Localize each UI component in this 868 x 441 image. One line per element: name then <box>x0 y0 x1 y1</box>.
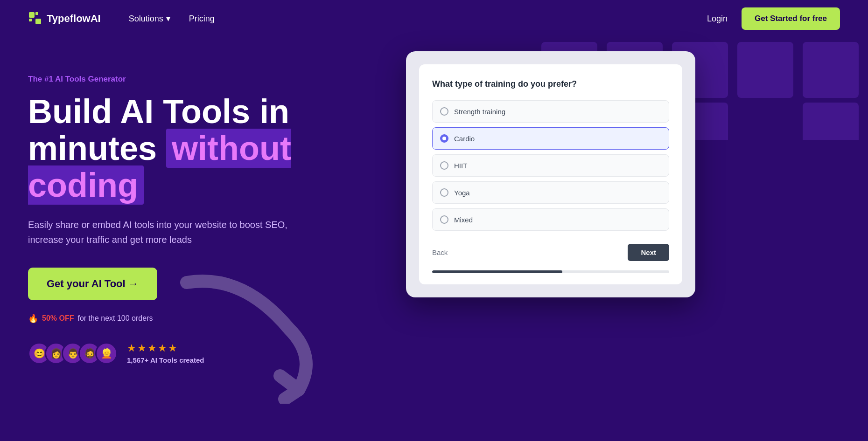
svg-rect-2 <box>29 19 32 21</box>
hero-section: The #1 AI Tools Generator Build AI Tools… <box>0 37 868 441</box>
radio-circle <box>440 188 448 197</box>
back-button[interactable]: Back <box>432 248 448 256</box>
quiz-card: What type of training do you prefer? Str… <box>406 51 695 297</box>
proof-count: 1,567+ AI Tools created <box>127 356 204 364</box>
quiz-options: Strength training Cardio HIIT <box>432 100 669 231</box>
deco-square <box>803 42 859 98</box>
radio-circle <box>440 134 448 143</box>
get-started-button[interactable]: Get Started for free <box>742 7 840 30</box>
progress-bar <box>432 270 669 273</box>
option-label: Mixed <box>454 216 473 224</box>
quiz-question: What type of training do you prefer? <box>432 79 669 89</box>
proof-text: ★★★★★ 1,567+ AI Tools created <box>127 342 204 364</box>
login-button[interactable]: Login <box>707 14 728 24</box>
quiz-inner: What type of training do you prefer? Str… <box>419 64 682 284</box>
fire-icon: 🔥 <box>28 313 38 324</box>
solutions-link[interactable]: Solutions ▾ <box>129 14 170 24</box>
deco-square <box>737 42 793 98</box>
avatar: 👱 <box>95 342 118 365</box>
nav-right: Login Get Started for free <box>707 7 840 30</box>
deco-square <box>803 103 859 140</box>
hero-subtitle: Easily share or embed AI tools into your… <box>28 217 317 247</box>
discount-line: 🔥 50% OFF for the next 100 orders <box>28 313 392 324</box>
off-text: 50% OFF <box>42 314 74 323</box>
hero-left: The #1 AI Tools Generator Build AI Tools… <box>28 47 392 413</box>
option-label: Cardio <box>454 135 475 143</box>
hero-right: What type of training do you prefer? Str… <box>392 47 709 413</box>
next-button[interactable]: Next <box>628 244 669 261</box>
svg-rect-1 <box>35 12 38 15</box>
quiz-option-strength[interactable]: Strength training <box>432 100 669 123</box>
radio-dot <box>442 137 446 140</box>
hero-title: Build AI Tools in minutes without coding <box>28 93 392 204</box>
radio-circle <box>440 215 448 224</box>
nav-links: Solutions ▾ Pricing <box>129 14 707 24</box>
discount-description: for the next 100 orders <box>77 314 153 323</box>
logo[interactable]: TypeflowAI <box>28 11 101 26</box>
option-label: Yoga <box>454 189 470 197</box>
radio-circle <box>440 107 448 116</box>
progress-bar-fill <box>432 270 562 273</box>
svg-rect-0 <box>29 12 35 18</box>
chevron-down-icon: ▾ <box>166 14 170 24</box>
svg-rect-3 <box>35 19 41 24</box>
star-rating: ★★★★★ <box>127 342 204 354</box>
get-ai-tool-button[interactable]: Get your AI Tool → <box>28 268 157 300</box>
option-label: Strength training <box>454 108 505 116</box>
quiz-option-yoga[interactable]: Yoga <box>432 181 669 204</box>
quiz-option-cardio[interactable]: Cardio <box>432 127 669 150</box>
option-label: HIIT <box>454 162 467 170</box>
avatars: 😊 👩 👨 🧔 👱 <box>28 342 118 365</box>
navbar: TypeflowAI Solutions ▾ Pricing Login Get… <box>0 0 868 37</box>
quiz-option-mixed[interactable]: Mixed <box>432 208 669 231</box>
radio-circle <box>440 161 448 170</box>
logo-text: TypeflowAI <box>47 13 101 25</box>
social-proof: 😊 👩 👨 🧔 👱 ★★★★★ 1,567+ AI Tools created <box>28 342 392 365</box>
tag-line: The #1 AI Tools Generator <box>28 75 392 84</box>
quiz-option-hiit[interactable]: HIIT <box>432 154 669 177</box>
quiz-footer: Back Next <box>432 244 669 261</box>
logo-icon <box>28 11 43 26</box>
pricing-link[interactable]: Pricing <box>189 14 215 24</box>
